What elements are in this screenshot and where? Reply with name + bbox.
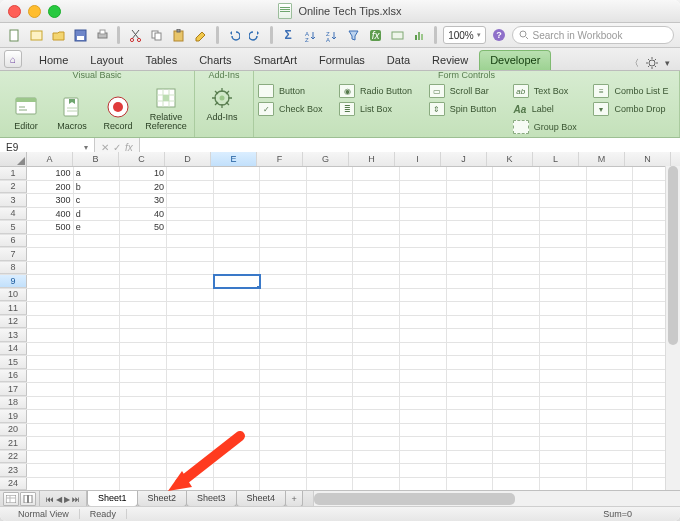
cell[interactable] [260,275,307,288]
row-header[interactable]: 7 [0,248,27,261]
cell[interactable] [587,410,634,423]
cell[interactable] [587,437,634,450]
cell[interactable] [493,383,540,396]
ribbon-tab-smartart[interactable]: SmartArt [243,50,308,70]
sheet-tab-sheet3[interactable]: Sheet3 [186,491,237,507]
cell[interactable] [307,451,354,464]
cell[interactable] [400,370,447,383]
cell[interactable]: 40 [120,208,167,221]
cell[interactable] [260,383,307,396]
cell[interactable] [307,370,354,383]
row-header[interactable]: 19 [0,410,27,423]
cell[interactable] [27,329,74,342]
cell[interactable] [167,302,214,315]
cell[interactable] [214,410,261,423]
cell[interactable] [493,356,540,369]
cell[interactable]: 10 [120,167,167,180]
cell[interactable] [120,370,167,383]
cell[interactable] [587,397,634,410]
cell[interactable] [74,248,121,261]
cell[interactable] [540,248,587,261]
cell[interactable] [307,316,354,329]
cell[interactable] [587,424,634,437]
column-header[interactable]: J [441,152,487,166]
column-header[interactable]: G [303,152,349,166]
ribbon-tab-charts[interactable]: Charts [188,50,242,70]
row-header[interactable]: 17 [0,383,27,396]
ribbon-tab-tables[interactable]: Tables [134,50,188,70]
format-painter-icon[interactable] [192,26,210,44]
cell[interactable] [307,221,354,234]
toggle-filter-icon[interactable] [345,26,363,44]
cell[interactable] [353,370,400,383]
row-header[interactable]: 22 [0,451,27,464]
cell[interactable] [493,248,540,261]
cell[interactable] [27,248,74,261]
cell[interactable] [167,478,214,491]
vb-editor-button[interactable]: Editor [4,73,48,132]
cell[interactable] [260,410,307,423]
cell[interactable] [587,302,634,315]
cell[interactable] [214,370,261,383]
cell[interactable] [167,410,214,423]
cell[interactable] [260,478,307,491]
insert-button-control[interactable]: Button [258,83,329,99]
close-window-button[interactable] [8,5,21,18]
cell[interactable] [27,370,74,383]
sheet-tab-sheet4[interactable]: Sheet4 [236,491,287,507]
cell[interactable] [214,262,261,275]
cell[interactable] [307,235,354,248]
undo-icon[interactable] [225,26,243,44]
insert-combo-drop-control[interactable]: ▾Combo Drop [593,101,675,117]
cell[interactable] [307,262,354,275]
cell[interactable] [260,464,307,477]
cell[interactable] [447,302,494,315]
print-icon[interactable] [93,26,111,44]
cell[interactable] [353,194,400,207]
cell[interactable] [120,329,167,342]
cell[interactable] [587,221,634,234]
open-file-icon[interactable] [50,26,68,44]
cell[interactable] [353,302,400,315]
column-header[interactable]: F [257,152,303,166]
cell[interactable] [400,424,447,437]
cell[interactable] [214,208,261,221]
cell[interactable] [167,437,214,450]
row-header[interactable]: 1 [0,167,27,180]
cell[interactable] [27,343,74,356]
cell[interactable] [447,451,494,464]
cell[interactable] [307,343,354,356]
accept-formula-icon[interactable]: ✓ [113,142,121,153]
cell[interactable] [400,221,447,234]
insert-textbox-control[interactable]: abText Box [513,83,584,99]
cell[interactable] [167,316,214,329]
cell[interactable] [540,383,587,396]
cell[interactable] [447,194,494,207]
column-header[interactable]: M [579,152,625,166]
cell[interactable] [74,410,121,423]
cell[interactable] [214,235,261,248]
cell[interactable] [214,356,261,369]
cell[interactable] [214,275,261,288]
save-icon[interactable] [72,26,90,44]
insert-listbox-control[interactable]: ≣List Box [339,101,419,117]
cell[interactable] [214,316,261,329]
column-header[interactable]: K [487,152,533,166]
cell[interactable] [540,343,587,356]
cell[interactable] [353,181,400,194]
paste-icon[interactable] [170,26,188,44]
cell[interactable] [540,302,587,315]
cell[interactable]: a [74,167,121,180]
cell[interactable] [353,275,400,288]
cell[interactable] [493,235,540,248]
cell[interactable] [587,181,634,194]
cell[interactable] [260,437,307,450]
cell[interactable] [27,302,74,315]
help-icon[interactable]: ? [490,26,508,44]
cell[interactable] [214,451,261,464]
insert-radio-control[interactable]: ◉Radio Button [339,83,419,99]
cell[interactable] [400,194,447,207]
row-header[interactable]: 2 [0,181,27,194]
cell[interactable] [447,410,494,423]
cell[interactable] [214,329,261,342]
